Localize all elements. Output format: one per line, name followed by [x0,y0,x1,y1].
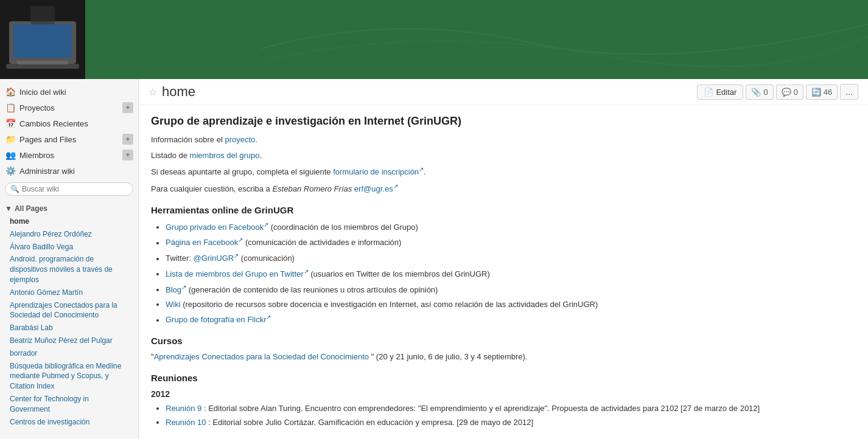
list-item: Página en Facebook↗ (comunicación de act… [166,235,856,249]
sidebar-item-wiki-home[interactable]: 🏠 Inicio del wiki [0,84,138,100]
intro-line2-prefix: Listado de [151,151,190,160]
sidebar-item-projects[interactable]: 📋 Proyectos + [0,100,138,116]
all-pages-toggle[interactable]: ▼ All Pages [5,202,133,215]
meetings-title: Reuniones [151,373,856,383]
comments-count: 0 [794,88,798,97]
list-item[interactable]: Antonio Gómez Martín [7,286,133,299]
pages-list: home Alejandro Pérez Ordóñez Álvaro Badi… [5,215,133,428]
list-item[interactable]: Aprendizajes Conectados para la Sociedad… [7,299,133,322]
blog-link[interactable]: Blog [166,285,181,294]
views-count: 46 [824,88,832,97]
sidebar-pages-label: Pages and Files [19,135,76,144]
sidebar-admin-label: Administrar wiki [19,167,75,176]
list-item[interactable]: borrador [7,347,133,360]
courses-title: Cursos [151,336,856,346]
list-item[interactable]: Center for Technology in Government [7,393,133,416]
sidebar-item-recent-changes[interactable]: 📅 Cambios Recientes [0,116,138,131]
header-image [0,0,85,79]
toolbar-actions: 📄 Editar 📎 0 💬 0 🔄 46 ... [697,84,858,100]
more-button[interactable]: ... [840,84,858,100]
search-input[interactable] [22,185,128,193]
site-header [0,0,868,79]
list-item: Twitter: @GrinUGR↗ (comunicación) [166,251,856,264]
pages-add-button[interactable]: + [122,134,133,145]
attachment-icon: 📎 [751,88,761,97]
miembros-link[interactable]: miembros del grupo [190,151,260,160]
list-item: Wiki (repositorio de recursos sobre doce… [166,299,856,311]
list-item[interactable]: Álvaro Badillo Vega [7,241,133,254]
page-content: Grupo de aprendizaje e investigación en … [139,105,868,439]
intro-line1-prefix: Información sobre el [151,135,225,144]
list-item: Grupo de fotografía en Flickr↗ [166,313,856,326]
twitter-list-link[interactable]: Lista de miembros del Grupo en Twitter [166,269,304,278]
attachments-counter: 📎 0 [746,85,773,100]
edit-icon: 📄 [704,88,713,97]
search-icon: 🔍 [10,185,19,193]
main-layout: 🏠 Inicio del wiki 📋 Proyectos + 📅 Cambio… [0,79,868,439]
reunion10-link[interactable]: Reunión 10 [166,418,206,427]
members-add-button[interactable]: + [122,150,133,161]
sidebar: 🏠 Inicio del wiki 📋 Proyectos + 📅 Cambio… [0,79,139,439]
comments-counter: 💬 0 [776,85,803,100]
svg-rect-2 [13,24,72,58]
views-counter: 🔄 46 [806,85,838,100]
admin-icon: ⚙️ [5,165,16,176]
pages-icon: 📁 [5,134,16,145]
list-item[interactable]: Barabási Lab [7,322,133,334]
list-item: Lista de miembros del Grupo en Twitter↗ … [166,267,856,280]
edit-button[interactable]: 📄 Editar [697,85,743,100]
meetings-2012-list: Reunión 9 : Editorial sobre Alan Turing.… [166,403,856,429]
list-item[interactable]: Búsqueda bibliográfica en Medline median… [7,360,133,393]
twitter-link[interactable]: @GrinUGR [194,254,234,263]
search-container[interactable]: 🔍 [5,182,133,196]
header-decoration [261,0,868,79]
sidebar-item-admin[interactable]: ⚙️ Administrar wiki [0,163,138,179]
list-item[interactable]: home [7,215,133,228]
members-icon: 👥 [5,150,16,161]
intro-line3: Si deseas apuntarte al grupo, completa e… [151,165,856,178]
list-item[interactable]: Alejandro Pérez Ordóñez [7,228,133,241]
intro-line2: Listado de miembros del grupo. [151,150,856,162]
wiki-link[interactable]: Wiki [166,300,181,309]
home-icon: 🏠 [5,86,16,97]
list-item[interactable]: Centros de investigación [7,416,133,429]
author-name: Esteban Romero Frías [272,184,352,193]
svg-rect-4 [6,64,79,69]
svg-rect-3 [30,6,55,24]
intro-line1: Información sobre el proyecto. [151,134,856,146]
sidebar-wiki-home-label: Inicio del wiki [19,88,66,97]
proyecto-link[interactable]: proyecto [225,135,255,144]
facebook-private-link[interactable]: Grupo privado en Facebook [166,223,264,232]
attachments-count: 0 [763,88,768,97]
courses-text: "Aprendizajes Conectados para la Socieda… [151,351,856,363]
list-item[interactable]: Beatriz Muñoz Pérez del Pulgar [7,334,133,347]
list-item[interactable]: Android. programación de dispositivos mó… [7,253,133,286]
list-item: Reunión 10 : Editorial sobre Julio Cortá… [166,417,856,429]
content-main-title: Grupo de aprendizaje e investigación en … [151,115,856,128]
list-item: Grupo privado en Facebook↗ (coordinación… [166,220,856,233]
all-pages-label: All Pages [15,204,47,213]
comment-icon: 💬 [782,88,791,97]
list-item: Reunión 9 : Editorial sobre Alan Turing.… [166,403,856,415]
intro-line1-suffix: . [255,135,257,144]
projects-icon: 📋 [5,102,16,113]
reunion9-link[interactable]: Reunión 9 [166,404,201,413]
courses-link[interactable]: Aprendizajes Conectados para la Sociedad… [154,352,369,361]
main-content-area: ☆ home 📄 Editar 📎 0 💬 0 🔄 46 [139,79,868,439]
all-pages-section: ▼ All Pages home Alejandro Pérez Ordóñez… [0,199,138,430]
projects-add-button[interactable]: + [122,102,133,113]
sidebar-recent-label: Cambios Recientes [19,119,88,128]
star-button[interactable]: ☆ [149,86,157,98]
sidebar-projects-label: Proyectos [19,103,55,112]
edit-label: Editar [716,88,737,97]
formulario-link[interactable]: formulario de inscripción [333,167,419,176]
tools-title: Herramientas online de GrinUGR [151,205,856,215]
page-toolbar: ☆ home 📄 Editar 📎 0 💬 0 🔄 46 [139,79,868,105]
views-icon: 🔄 [811,88,821,97]
sidebar-item-pages-files[interactable]: 📁 Pages and Files + [0,131,138,147]
arrow-icon: ▼ [5,204,12,213]
email-link[interactable]: erf@ugr.es [354,184,393,193]
sidebar-item-members[interactable]: 👥 Miembros + [0,147,138,163]
flickr-link[interactable]: Grupo de fotografía en Flickr [166,316,266,325]
facebook-page-link[interactable]: Página en Facebook [166,238,238,247]
